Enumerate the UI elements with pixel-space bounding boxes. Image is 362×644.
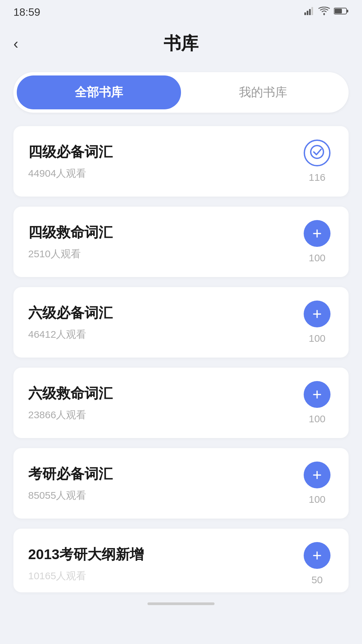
added-button-1[interactable]: [304, 140, 330, 166]
book-card-4[interactable]: 六级救命词汇 23866人观看 + 100: [13, 368, 349, 438]
book-title-6: 2013考研大纲新增: [28, 545, 300, 564]
book-right-3: + 100: [300, 301, 334, 344]
book-info-2: 四级救命词汇 2510人观看: [28, 223, 300, 261]
book-title-1: 四级必备词汇: [28, 143, 300, 161]
book-right-5: + 100: [300, 462, 334, 505]
book-card-6[interactable]: 2013考研大纲新增 10165人观看 + 50: [13, 529, 349, 592]
plus-icon-3: +: [312, 306, 322, 322]
book-title-3: 六级必备词汇: [28, 304, 300, 322]
book-right-2: + 100: [300, 220, 334, 264]
book-count-5: 100: [309, 494, 325, 505]
svg-rect-1: [307, 11, 308, 15]
book-title-2: 四级救命词汇: [28, 223, 300, 242]
book-info-4: 六级救命词汇 23866人观看: [28, 384, 300, 422]
book-count-3: 100: [309, 333, 325, 344]
book-count-2: 100: [309, 252, 325, 264]
svg-rect-2: [309, 9, 311, 15]
plus-icon-2: +: [312, 225, 322, 241]
svg-rect-0: [304, 12, 306, 15]
status-time: 18:59: [13, 6, 40, 18]
scroll-bar: [147, 602, 215, 605]
check-icon-1: [310, 145, 324, 162]
tab-container: 全部书库 我的书库: [13, 72, 349, 113]
book-right-6: + 50: [300, 542, 334, 586]
svg-rect-6: [335, 9, 342, 13]
book-viewers-1: 44904人观看: [28, 167, 300, 180]
add-button-4[interactable]: +: [304, 381, 330, 408]
svg-point-4: [323, 13, 325, 15]
book-viewers-3: 46412人观看: [28, 328, 300, 341]
svg-point-8: [311, 146, 323, 158]
book-right-1: 116: [300, 140, 334, 183]
book-viewers-6: 10165人观看: [28, 569, 300, 583]
wifi-icon: [318, 7, 330, 18]
book-list: 四级必备词汇 44904人观看 116 四级救命词汇 2510人观看 +: [0, 126, 362, 592]
battery-icon: [334, 7, 349, 17]
plus-icon-5: +: [312, 467, 322, 483]
book-info-5: 考研必备词汇 85055人观看: [28, 465, 300, 502]
plus-icon-6: +: [312, 547, 322, 564]
add-button-6[interactable]: +: [304, 542, 330, 569]
add-button-5[interactable]: +: [304, 462, 330, 488]
back-button[interactable]: ‹: [13, 36, 18, 51]
add-button-2[interactable]: +: [304, 220, 330, 247]
book-info-6: 2013考研大纲新增 10165人观看: [28, 545, 300, 583]
svg-rect-7: [347, 10, 348, 12]
svg-rect-3: [311, 7, 313, 15]
book-right-4: + 100: [300, 381, 334, 425]
book-viewers-4: 23866人观看: [28, 408, 300, 422]
header: ‹ 书库: [0, 22, 362, 65]
tab-all-books[interactable]: 全部书库: [17, 75, 181, 109]
add-button-3[interactable]: +: [304, 301, 330, 327]
book-info-3: 六级必备词汇 46412人观看: [28, 304, 300, 341]
book-card-5[interactable]: 考研必备词汇 85055人观看 + 100: [13, 448, 349, 519]
plus-icon-4: +: [312, 386, 322, 402]
book-count-1: 116: [309, 172, 325, 183]
book-info-1: 四级必备词汇 44904人观看: [28, 143, 300, 180]
status-icons: [304, 7, 349, 18]
book-title-4: 六级救命词汇: [28, 384, 300, 403]
book-count-4: 100: [309, 413, 325, 425]
status-bar: 18:59: [0, 0, 362, 22]
book-count-6: 50: [311, 574, 322, 586]
book-card-1[interactable]: 四级必备词汇 44904人观看 116: [13, 126, 349, 197]
book-card-2[interactable]: 四级救命词汇 2510人观看 + 100: [13, 207, 349, 277]
scroll-indicator: [0, 592, 362, 612]
signal-icon: [304, 7, 314, 17]
book-title-5: 考研必备词汇: [28, 465, 300, 483]
page-title: 书库: [164, 32, 198, 55]
tab-my-books[interactable]: 我的书库: [181, 75, 345, 109]
book-viewers-5: 85055人观看: [28, 489, 300, 502]
book-card-3[interactable]: 六级必备词汇 46412人观看 + 100: [13, 287, 349, 358]
book-viewers-2: 2510人观看: [28, 247, 300, 261]
